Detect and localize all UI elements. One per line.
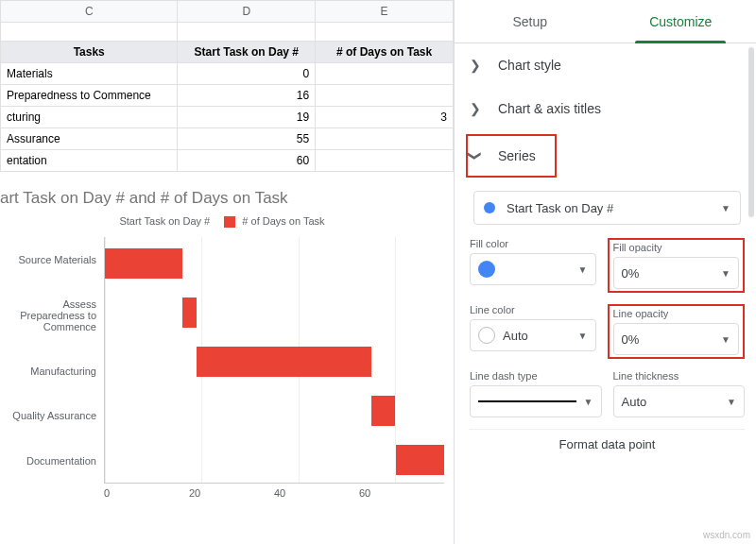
series-selector[interactable]: Start Task on Day # ▼ [473, 191, 741, 225]
fill-color-label: Fill color [470, 238, 596, 249]
series-color-dot-icon [484, 202, 495, 213]
fill-opacity-select[interactable]: 0% ▼ [613, 257, 740, 289]
header-tasks[interactable]: Tasks [1, 42, 178, 63]
tab-customize[interactable]: Customize [606, 0, 757, 42]
dropdown-arrow-icon: ▼ [578, 331, 588, 341]
line-thickness-label: Line thickness [613, 370, 746, 382]
dropdown-arrow-icon: ▼ [721, 203, 730, 213]
table-row: cturing193 [1, 107, 454, 128]
line-dash-label: Line dash type [470, 370, 602, 382]
chevron-right-icon: ❯ [470, 58, 481, 73]
tab-setup[interactable]: Setup [455, 0, 606, 42]
header-start[interactable]: Start Task on Day # [178, 42, 316, 63]
chart-title: art Task on Day # and # of Days on Task [0, 189, 444, 208]
chart-legend: Start Task on Day # # of Days on Task [0, 215, 444, 228]
dropdown-arrow-icon: ▼ [727, 397, 736, 407]
chevron-right-icon: ❯ [470, 101, 481, 116]
section-chart-axis-titles[interactable]: ❯ Chart & axis titles [470, 87, 745, 130]
dropdown-arrow-icon: ▼ [578, 264, 588, 275]
table-row: Preparedness to Commence16 [1, 85, 454, 107]
col-header-c[interactable]: C [1, 1, 178, 23]
fill-opacity-label: Fill opacity [613, 242, 740, 253]
section-chart-style[interactable]: ❯ Chart style [470, 43, 745, 87]
color-swatch-icon [478, 327, 495, 344]
line-opacity-select[interactable]: 0% ▼ [613, 323, 740, 355]
line-color-label: Line color [470, 304, 596, 315]
scrollbar[interactable] [748, 47, 754, 217]
format-data-point[interactable]: Format data point [470, 429, 745, 459]
section-series[interactable]: ❯ Series [470, 136, 536, 176]
header-days[interactable]: # of Days on Task [316, 42, 454, 63]
table-row: Materials0 [1, 63, 454, 85]
fill-color-picker[interactable]: ▼ [470, 253, 596, 285]
y-axis-labels: Source Materials Assess Preparedness to … [0, 237, 104, 483]
dropdown-arrow-icon: ▼ [584, 397, 593, 407]
table-row: entation60 [1, 150, 454, 172]
dropdown-arrow-icon: ▼ [721, 268, 730, 279]
line-dash-select[interactable]: ▼ [470, 385, 602, 417]
line-color-picker[interactable]: Auto ▼ [470, 319, 596, 351]
x-axis-labels: 0 20 40 60 [104, 483, 444, 499]
legend-swatch-icon [224, 216, 235, 228]
color-swatch-icon [478, 261, 495, 278]
line-thickness-select[interactable]: Auto ▼ [613, 385, 746, 417]
spreadsheet-grid[interactable]: C D E Tasks Start Task on Day # # of Day… [0, 0, 454, 172]
col-header-d[interactable]: D [178, 1, 316, 23]
dropdown-arrow-icon: ▼ [721, 334, 730, 345]
plot-area [104, 237, 444, 483]
watermark: wsxdn.com [703, 530, 750, 540]
chart[interactable]: art Task on Day # and # of Days on Task … [0, 172, 454, 499]
line-opacity-label: Line opacity [613, 308, 740, 319]
chevron-down-icon: ❯ [468, 150, 483, 162]
table-row: Assurance55 [1, 128, 454, 150]
col-header-e[interactable]: E [316, 1, 454, 23]
chart-editor-panel: Setup Customize ❯ Chart style ❯ Chart & … [454, 0, 756, 544]
line-dash-preview-icon [478, 400, 576, 402]
